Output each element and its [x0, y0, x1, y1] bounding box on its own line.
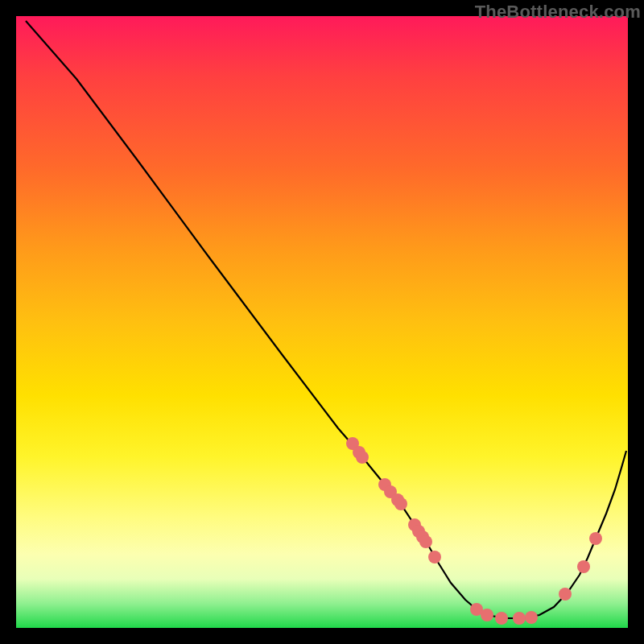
highlight-marker [513, 612, 526, 625]
highlight-marker [525, 611, 538, 624]
highlight-marker [394, 497, 407, 510]
highlight-marker [577, 560, 590, 573]
highlight-marker [589, 532, 602, 545]
highlight-markers-group [346, 437, 602, 625]
watermark-text: TheBottleneck.com [475, 2, 641, 23]
highlight-marker [428, 551, 441, 564]
bottleneck-curve-line [26, 21, 626, 618]
highlight-marker [559, 588, 572, 601]
highlight-marker [419, 535, 432, 548]
chart-plot-area [16, 16, 628, 628]
highlight-marker [481, 609, 493, 621]
chart-overlay-svg [16, 16, 628, 628]
highlight-marker [495, 612, 508, 625]
highlight-marker [356, 451, 369, 464]
